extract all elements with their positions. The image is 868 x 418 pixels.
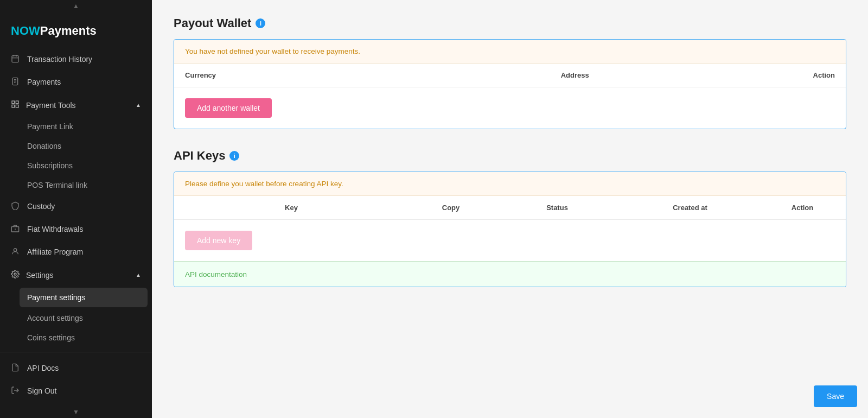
sidebar-nav: Transaction History Payments Payment Too… [0,48,152,406]
payout-wallet-warning: You have not defined your wallet to rece… [174,40,846,64]
api-doc-link[interactable]: API documentation [185,270,247,278]
sidebar-item-payment-settings[interactable]: Payment settings [20,288,148,307]
address-header: Address [380,71,770,79]
status-header: Status [504,204,610,212]
api-keys-card: Please define you wallet before creating… [174,172,846,287]
sidebar-item-custody[interactable]: Custody [0,195,152,218]
pos-terminal-label: POS Terminal link [27,181,87,189]
payment-settings-label: Payment settings [27,293,85,302]
sidebar-item-subscriptions[interactable]: Subscriptions [0,156,152,175]
gear-icon [11,270,20,280]
add-wallet-button[interactable]: Add another wallet [185,98,272,118]
payout-wallet-info-icon[interactable]: i [256,18,265,28]
svg-rect-11 [16,105,18,107]
payout-action-header: Action [770,71,835,79]
sign-out-label: Sign Out [27,387,56,395]
subscriptions-label: Subscriptions [27,161,73,170]
sidebar: ▲ NOWPayments Transaction History Paymen… [0,0,152,418]
brand-now: NOW [11,24,40,37]
sidebar-item-affiliate[interactable]: Affiliate Program [0,240,152,263]
affiliate-label: Affiliate Program [27,248,83,256]
sidebar-item-payments[interactable]: Payments [0,71,152,93]
sidebar-item-sign-out[interactable]: Sign Out [0,379,152,401]
sidebar-item-account-settings[interactable]: Account settings [0,308,152,328]
api-keys-title: API Keys i [174,149,846,163]
created-header: Created at [610,204,770,212]
brand-logo: NOWPayments [0,12,152,48]
svg-rect-10 [12,105,15,107]
currency-header: Currency [185,71,380,79]
add-key-button[interactable]: Add new key [185,231,252,250]
main-content: Payout Wallet i You have not defined you… [152,0,868,418]
payout-wallet-card: You have not defined your wallet to rece… [174,39,846,129]
transaction-history-label: Transaction History [27,55,92,64]
scroll-up-arrow[interactable]: ▲ [0,0,152,12]
shield-icon [11,201,21,211]
payout-wallet-table-header: Currency Address Action [174,64,846,87]
api-keys-card-body: Add new key [174,220,846,261]
api-docs-label: API Docs [27,364,59,372]
sidebar-item-payment-link[interactable]: Payment Link [0,117,152,136]
payout-wallet-card-body: Add another wallet [174,87,846,129]
api-doc-banner: API documentation [174,261,846,287]
user-icon [11,247,21,257]
doc-icon [11,363,21,373]
coins-settings-label: Coins settings [27,333,75,342]
svg-rect-0 [12,56,18,62]
sidebar-item-donations[interactable]: Donations [0,136,152,156]
payment-tools-chevron: ▲ [136,102,141,108]
scroll-down-arrow[interactable]: ▼ [0,406,152,418]
signout-icon [11,386,21,396]
sidebar-divider [0,352,152,352]
api-keys-warning: Please define you wallet before creating… [174,172,846,196]
sidebar-item-transaction-history[interactable]: Transaction History [0,48,152,71]
copy-header: Copy [398,204,504,212]
settings-chevron: ▲ [136,272,141,278]
payment-link-label: Payment Link [27,122,73,131]
custody-label: Custody [27,202,55,211]
api-keys-table-header: Key Copy Status Created at Action [174,196,846,220]
bank-icon [11,224,21,234]
payments-label: Payments [27,78,61,86]
sidebar-item-pos-terminal[interactable]: POS Terminal link [0,175,152,195]
sidebar-section-payment-tools[interactable]: Payment Tools ▲ [0,93,152,117]
api-keys-info-icon[interactable]: i [229,151,239,161]
svg-point-15 [14,273,16,275]
file-icon [11,77,21,87]
sidebar-item-fiat-withdrawals[interactable]: Fiat Withdrawals [0,218,152,240]
payout-wallet-title: Payout Wallet i [174,16,846,30]
svg-rect-8 [12,101,15,104]
sidebar-item-api-docs[interactable]: API Docs [0,357,152,379]
svg-point-14 [14,249,16,251]
sidebar-section-settings[interactable]: Settings ▲ [0,263,152,287]
api-action-header: Action [770,204,835,212]
account-settings-label: Account settings [27,314,83,322]
settings-label: Settings [26,271,54,280]
payment-tools-label: Payment Tools [26,101,76,110]
fiat-withdrawals-label: Fiat Withdrawals [27,225,83,233]
save-fab-button[interactable]: Save [814,385,857,407]
calendar-icon [11,54,21,64]
donations-label: Donations [27,142,61,150]
brand-payments: Payments [40,24,97,37]
key-header: Key [185,204,398,212]
grid-icon [11,100,20,110]
svg-rect-9 [16,101,18,104]
sidebar-item-coins-settings[interactable]: Coins settings [0,328,152,347]
